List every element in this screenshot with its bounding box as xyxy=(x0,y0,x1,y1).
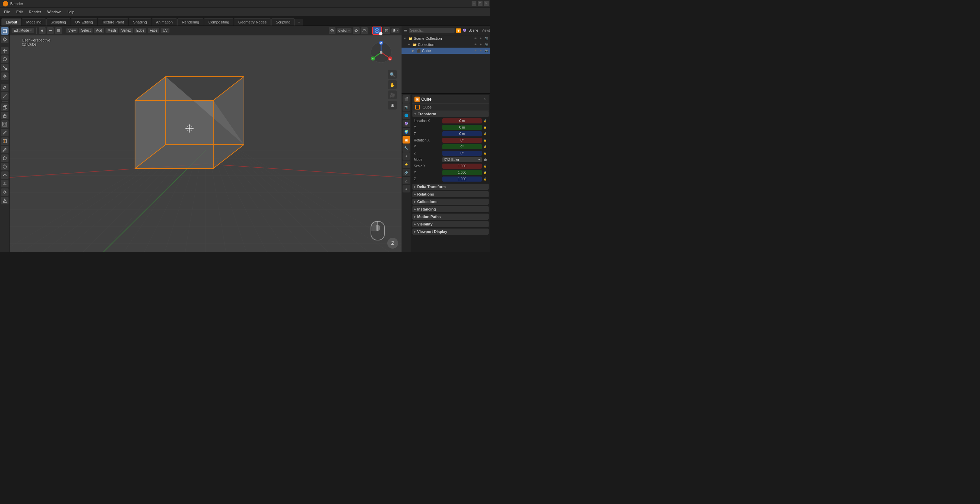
transform-tool-button[interactable] xyxy=(1,73,8,80)
cube-sel-btn[interactable]: ✦ xyxy=(479,48,483,53)
camera-button[interactable]: 🎥 xyxy=(388,90,397,99)
face-menu-button[interactable]: Face xyxy=(148,28,159,33)
mode-dropdown[interactable]: Edit Mode ▼ xyxy=(11,28,34,33)
viewport-display-header[interactable]: Viewport Display xyxy=(412,228,488,235)
vertex-mode-button[interactable] xyxy=(39,27,46,34)
world-props-tab[interactable]: 🌍 xyxy=(402,128,410,135)
scale-x-lock-icon[interactable]: 🔒 xyxy=(483,164,487,168)
outliner-search-input[interactable] xyxy=(409,28,455,33)
tab-modeling[interactable]: Modeling xyxy=(22,18,46,25)
view-menu-button[interactable]: View xyxy=(66,28,78,33)
maximize-button[interactable]: □ xyxy=(478,1,482,6)
select-tool-button[interactable] xyxy=(1,27,8,35)
window-controls[interactable]: ─ □ ✕ xyxy=(472,1,488,6)
move-tool-button[interactable] xyxy=(1,47,8,54)
location-x-lock-icon[interactable]: 🔒 xyxy=(483,119,487,123)
tab-animation[interactable]: Animation xyxy=(152,18,177,25)
tab-geometry-nodes[interactable]: Geometry Nodes xyxy=(234,18,271,25)
rotation-x-lock-icon[interactable]: 🔒 xyxy=(483,138,487,143)
instancing-header[interactable]: Instancing xyxy=(412,206,488,212)
push-pull-button[interactable] xyxy=(1,197,8,204)
relations-header[interactable]: Relations xyxy=(412,191,488,197)
extrude-button[interactable] xyxy=(1,112,8,119)
vertex-menu-button[interactable]: Vertex xyxy=(119,28,133,33)
data-props-tab[interactable]: △ xyxy=(402,177,410,184)
viewport-shading-dropdown[interactable]: ▼ xyxy=(391,28,399,33)
modifiers-tab[interactable]: 🔧 xyxy=(402,144,410,152)
viewport-3d[interactable]: Edit Mode ▼ View Select Add Mesh Vertex … xyxy=(10,26,401,252)
loop-cut-button[interactable] xyxy=(1,137,8,145)
cursor-tool-button[interactable] xyxy=(1,36,8,43)
select-menu-button[interactable]: Select xyxy=(79,28,92,33)
scale-z-value[interactable]: 1.000 xyxy=(442,176,482,182)
tab-texture-paint[interactable]: Texture Paint xyxy=(98,18,128,25)
rotate-tool-button[interactable] xyxy=(1,55,8,63)
location-z-lock-icon[interactable]: 🔒 xyxy=(483,132,487,136)
menu-file[interactable]: File xyxy=(2,9,13,14)
view-layer-tab[interactable]: 🌐 xyxy=(402,111,410,119)
collection-vis-icon[interactable]: 👁 xyxy=(473,36,478,41)
output-props-tab[interactable]: 📷 xyxy=(402,103,410,111)
edge-menu-button[interactable]: Edge xyxy=(134,28,146,33)
tab-uv-editing[interactable]: UV Editing xyxy=(71,18,97,25)
cube-vis-btn[interactable]: 👁 xyxy=(473,48,478,53)
scale-y-value[interactable]: 1.000 xyxy=(442,170,482,175)
tree-collection[interactable]: ▼ 📂 Collection 👁 ✦ 📷 xyxy=(401,41,490,48)
z-badge[interactable]: Z xyxy=(387,238,398,249)
knife-button[interactable] xyxy=(1,146,8,154)
expand-cube-icon[interactable]: ▶ xyxy=(411,49,415,53)
rotation-mode-dropdown[interactable]: XYZ Euler ▼ xyxy=(442,157,482,162)
face-mode-button[interactable] xyxy=(55,27,62,34)
snapping-button[interactable] xyxy=(353,27,360,34)
transform-section-header[interactable]: Transform xyxy=(412,111,488,117)
location-y-value[interactable]: 0 m xyxy=(442,125,482,130)
falloff-button[interactable] xyxy=(361,27,368,34)
rotation-y-value[interactable]: 0° xyxy=(442,144,482,149)
tab-shading[interactable]: Shading xyxy=(129,18,151,25)
rotation-x-value[interactable]: 0° xyxy=(442,138,482,143)
render-props-tab[interactable]: 🎬 xyxy=(402,95,410,103)
rotation-z-value[interactable]: 0° xyxy=(442,151,482,156)
collection-render-btn[interactable]: 📷 xyxy=(484,42,488,47)
tree-scene-collection[interactable]: ▼ 📁 Scene Collection 👁 ✦ 📷 xyxy=(401,35,490,41)
material-tab[interactable]: ● xyxy=(402,185,410,192)
tree-cube-object[interactable]: ▶ ⬛ Cube 👁 ✦ 📷 xyxy=(401,48,490,54)
object-props-tab[interactable]: ▣ xyxy=(402,136,410,144)
collections-header[interactable]: Collections xyxy=(412,199,488,205)
expand-scene-icon[interactable]: ▼ xyxy=(403,36,407,40)
menu-help[interactable]: Help xyxy=(64,9,77,14)
smooth-button[interactable] xyxy=(1,171,8,179)
viewport-overlay-toggle[interactable] xyxy=(372,27,382,35)
visibility-header[interactable]: Visibility xyxy=(412,221,488,227)
zoom-in-button[interactable]: 🔍 xyxy=(388,70,397,79)
bevel-button[interactable] xyxy=(1,129,8,136)
particles-tab[interactable]: ✦ xyxy=(402,152,410,160)
collection-sel-btn[interactable]: ✦ xyxy=(479,42,483,47)
minimize-button[interactable]: ─ xyxy=(472,1,476,6)
mesh-menu-button[interactable]: Mesh xyxy=(105,28,118,33)
tab-layout[interactable]: Layout xyxy=(2,18,21,25)
menu-window[interactable]: Window xyxy=(45,9,63,14)
location-z-value[interactable]: 0 m xyxy=(442,131,482,136)
collection-sel-icon[interactable]: ✦ xyxy=(479,36,483,41)
expand-collection-icon[interactable]: ▼ xyxy=(407,43,411,47)
proportional-edit-button[interactable] xyxy=(329,27,336,34)
scene-props-tab[interactable]: 🔮 xyxy=(402,120,410,127)
pan-button[interactable]: ✋ xyxy=(388,80,397,89)
collection-render-icon[interactable]: 📷 xyxy=(484,36,488,41)
object-name-edit-btn[interactable]: ✎ xyxy=(484,98,487,101)
tab-compositing[interactable]: Compositing xyxy=(204,18,234,25)
poly-build-button[interactable] xyxy=(1,154,8,162)
measure-tool-button[interactable] xyxy=(1,92,8,100)
add-workspace-button[interactable]: + xyxy=(295,19,302,25)
add-cube-button[interactable] xyxy=(1,103,8,111)
rotation-y-lock-icon[interactable]: 🔒 xyxy=(483,145,487,149)
inset-button[interactable] xyxy=(1,120,8,128)
scale-tool-button[interactable] xyxy=(1,64,8,71)
menu-render[interactable]: Render xyxy=(26,9,44,14)
gizmo-widget[interactable]: Z X Y xyxy=(368,39,395,66)
edge-mode-button[interactable] xyxy=(47,27,54,34)
location-y-lock-icon[interactable]: 🔒 xyxy=(483,125,487,130)
tab-rendering[interactable]: Rendering xyxy=(177,18,204,25)
tab-sculpting[interactable]: Sculpting xyxy=(46,18,70,25)
